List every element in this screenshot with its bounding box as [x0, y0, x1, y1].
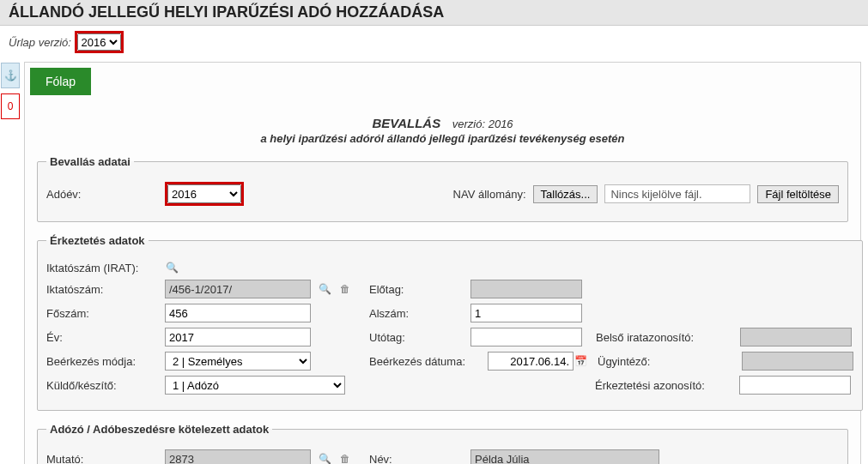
group-erkeztetes: Érkeztetés adatok Iktatószám (IRAT): 🔍 I…	[37, 234, 863, 411]
form-version-select[interactable]: 2016	[77, 33, 121, 51]
error-flag[interactable]: 0	[1, 93, 20, 119]
beerkezes-modja-label: Beérkezés módja:	[46, 355, 158, 368]
adoev-highlight: 2016	[165, 182, 244, 206]
belso-field	[740, 328, 852, 346]
form-version-row: Űrlap verzió: 2016	[0, 26, 868, 62]
doc-subtitle: a helyi iparűzési adóról állandó jellegű…	[37, 132, 848, 145]
trash-icon[interactable]: 🗑	[338, 282, 352, 296]
beerkezes-datuma-field[interactable]	[488, 352, 574, 371]
erk-azon-field[interactable]	[739, 376, 851, 395]
doc-title: BEVALLÁS	[372, 116, 440, 130]
utotag-field[interactable]	[470, 328, 582, 346]
iktatoszam-field	[165, 280, 311, 298]
side-flags: ⚓ 0	[1, 63, 20, 124]
error-count: 0	[8, 100, 14, 112]
mutato-label: Mutató:	[46, 453, 158, 465]
utotag-label: Utótag:	[369, 331, 464, 344]
anchor-icon: ⚓	[4, 69, 17, 81]
form-version-label: Űrlap verzió:	[9, 36, 71, 49]
search-icon[interactable]: 🔍	[318, 452, 331, 464]
foszam-field[interactable]	[165, 304, 311, 322]
beerkezes-modja-select[interactable]: 2 | Személyes	[165, 352, 311, 371]
iktatoszam-irat-label: Iktatószám (IRAT):	[46, 262, 158, 274]
kuldo-select[interactable]: 1 | Adózó	[165, 376, 345, 395]
nev-label: Név:	[369, 453, 464, 465]
nev-field	[470, 449, 659, 464]
elotag-field	[470, 280, 582, 298]
ev-field[interactable]	[165, 328, 311, 346]
erk-azon-label: Érkeztetési azonosító:	[595, 379, 732, 392]
main-panel: ⚓ 0 Fólap BEVALLÁS verzió: 2016 a helyi …	[24, 62, 861, 464]
mutato-field	[165, 449, 311, 464]
page-header: ÁLLANDÓ JELLEGŰ HELYI IPARŰZÉSI ADÓ HOZZ…	[0, 0, 868, 26]
tab-folap[interactable]: Fólap	[30, 68, 91, 95]
search-icon[interactable]: 🔍	[318, 282, 331, 296]
calendar-icon[interactable]: 📅	[574, 354, 587, 368]
alszam-label: Alszám:	[369, 307, 464, 320]
ugyintezo-label: Ügyintéző:	[598, 355, 735, 368]
group-bevallas-adatai: Bevallás adatai Adóév: 2016 NAV állomány…	[37, 155, 848, 222]
ugyintezo-field	[742, 352, 853, 371]
form-version-highlight: 2016	[75, 31, 124, 53]
beerkezes-datuma-label: Beérkezés dátuma:	[369, 355, 481, 368]
group-adozo: Adózó / Adóbeszedésre kötelezett adatok …	[37, 423, 848, 464]
kuldo-label: Küldő/készítő:	[46, 379, 158, 392]
iktatoszam-label: Iktatószám:	[46, 283, 158, 296]
browse-button[interactable]: Tallózás...	[533, 185, 598, 203]
file-status: Nincs kijelölve fájl.	[604, 184, 750, 203]
foszam-label: Főszám:	[46, 307, 158, 320]
anchor-flag[interactable]: ⚓	[1, 63, 20, 88]
group-bevallas-legend: Bevallás adatai	[46, 155, 134, 168]
doc-title-row: BEVALLÁS verzió: 2016	[37, 116, 848, 130]
adoev-label: Adóév:	[46, 188, 158, 201]
elotag-label: Előtag:	[369, 283, 464, 296]
belso-label: Belső iratazonosító:	[596, 331, 733, 344]
form-panel: BEVALLÁS verzió: 2016 a helyi iparűzési …	[25, 95, 860, 464]
nav-allomany-label: NAV állomány:	[453, 188, 526, 201]
adoev-select[interactable]: 2016	[167, 184, 241, 203]
doc-version: verzió: 2016	[452, 118, 513, 130]
group-erkeztetes-legend: Érkeztetés adatok	[46, 234, 149, 247]
group-adozo-legend: Adózó / Adóbeszedésre kötelezett adatok	[46, 423, 272, 436]
upload-button[interactable]: Fájl feltöltése	[757, 185, 839, 203]
ev-label: Év:	[46, 331, 158, 344]
alszam-field[interactable]	[470, 304, 582, 322]
trash-icon[interactable]: 🗑	[338, 452, 352, 464]
search-icon[interactable]: 🔍	[165, 261, 179, 274]
page-title: ÁLLANDÓ JELLEGŰ HELYI IPARŰZÉSI ADÓ HOZZ…	[9, 3, 859, 21]
